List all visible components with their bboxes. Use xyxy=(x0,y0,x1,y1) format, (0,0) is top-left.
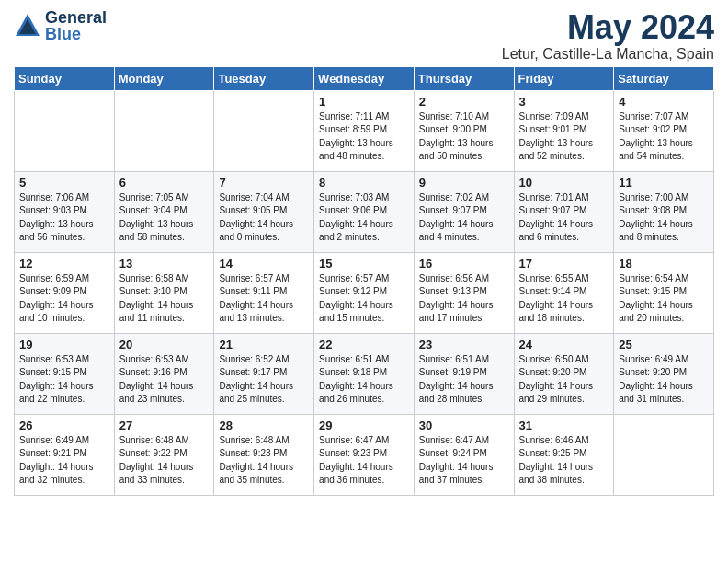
day-number: 21 xyxy=(219,338,309,351)
calendar-week-row: 1Sunrise: 7:11 AM Sunset: 8:59 PM Daylig… xyxy=(15,90,714,171)
table-row: 14Sunrise: 6:57 AM Sunset: 9:11 PM Dayli… xyxy=(214,252,314,333)
day-number: 22 xyxy=(319,338,409,351)
table-row: 9Sunrise: 7:02 AM Sunset: 9:07 PM Daylig… xyxy=(414,171,514,252)
day-detail: Sunrise: 6:57 AM Sunset: 9:12 PM Dayligh… xyxy=(319,272,409,326)
logo-blue: Blue xyxy=(45,26,107,42)
table-row xyxy=(214,90,314,171)
month-title: May 2024 xyxy=(502,9,714,46)
day-number: 12 xyxy=(19,257,109,270)
table-row xyxy=(114,90,214,171)
table-row: 20Sunrise: 6:53 AM Sunset: 9:16 PM Dayli… xyxy=(114,333,214,414)
calendar-header-row: Sunday Monday Tuesday Wednesday Thursday… xyxy=(15,66,714,90)
day-number: 19 xyxy=(19,338,109,351)
table-row: 27Sunrise: 6:48 AM Sunset: 9:22 PM Dayli… xyxy=(114,414,214,495)
day-detail: Sunrise: 7:05 AM Sunset: 9:04 PM Dayligh… xyxy=(119,191,210,245)
day-number: 17 xyxy=(519,257,609,270)
table-row: 19Sunrise: 6:53 AM Sunset: 9:15 PM Dayli… xyxy=(15,333,115,414)
logo: General Blue xyxy=(14,9,107,42)
calendar-table: Sunday Monday Tuesday Wednesday Thursday… xyxy=(14,66,714,496)
day-number: 30 xyxy=(419,419,509,432)
calendar-week-row: 19Sunrise: 6:53 AM Sunset: 9:15 PM Dayli… xyxy=(15,333,714,414)
col-thursday: Thursday xyxy=(414,66,514,90)
day-number: 28 xyxy=(219,419,309,432)
day-detail: Sunrise: 7:01 AM Sunset: 9:07 PM Dayligh… xyxy=(519,191,609,245)
day-number: 11 xyxy=(619,176,709,190)
day-detail: Sunrise: 7:04 AM Sunset: 9:05 PM Dayligh… xyxy=(219,191,309,245)
day-number: 15 xyxy=(319,257,409,270)
day-detail: Sunrise: 7:11 AM Sunset: 8:59 PM Dayligh… xyxy=(319,110,409,164)
day-number: 14 xyxy=(219,257,309,270)
day-detail: Sunrise: 7:03 AM Sunset: 9:06 PM Dayligh… xyxy=(319,191,409,245)
day-number: 4 xyxy=(619,95,709,109)
table-row: 13Sunrise: 6:58 AM Sunset: 9:10 PM Dayli… xyxy=(114,252,214,333)
day-detail: Sunrise: 6:59 AM Sunset: 9:09 PM Dayligh… xyxy=(19,272,109,326)
table-row: 11Sunrise: 7:00 AM Sunset: 9:08 PM Dayli… xyxy=(614,171,714,252)
day-number: 20 xyxy=(119,338,210,351)
table-row: 29Sunrise: 6:47 AM Sunset: 9:23 PM Dayli… xyxy=(314,414,415,495)
table-row: 3Sunrise: 7:09 AM Sunset: 9:01 PM Daylig… xyxy=(514,90,614,171)
col-friday: Friday xyxy=(514,66,614,90)
day-number: 3 xyxy=(519,95,609,109)
day-number: 26 xyxy=(19,419,109,432)
day-number: 6 xyxy=(119,176,210,190)
day-number: 31 xyxy=(519,419,609,432)
table-row: 31Sunrise: 6:46 AM Sunset: 9:25 PM Dayli… xyxy=(514,414,614,495)
col-monday: Monday xyxy=(114,66,214,90)
day-number: 1 xyxy=(319,95,409,109)
header: General Blue May 2024 Letur, Castille-La… xyxy=(14,9,714,63)
day-detail: Sunrise: 7:06 AM Sunset: 9:03 PM Dayligh… xyxy=(19,191,109,245)
table-row: 28Sunrise: 6:48 AM Sunset: 9:23 PM Dayli… xyxy=(214,414,314,495)
day-detail: Sunrise: 6:49 AM Sunset: 9:20 PM Dayligh… xyxy=(619,353,709,407)
day-detail: Sunrise: 7:00 AM Sunset: 9:08 PM Dayligh… xyxy=(619,191,709,245)
table-row: 15Sunrise: 6:57 AM Sunset: 9:12 PM Dayli… xyxy=(314,252,415,333)
day-detail: Sunrise: 6:48 AM Sunset: 9:23 PM Dayligh… xyxy=(219,434,309,488)
table-row xyxy=(15,90,115,171)
day-detail: Sunrise: 6:53 AM Sunset: 9:16 PM Dayligh… xyxy=(119,353,210,407)
title-area: May 2024 Letur, Castille-La Mancha, Spai… xyxy=(502,9,714,63)
col-sunday: Sunday xyxy=(15,66,115,90)
col-wednesday: Wednesday xyxy=(314,66,415,90)
day-detail: Sunrise: 7:09 AM Sunset: 9:01 PM Dayligh… xyxy=(519,110,609,164)
table-row: 18Sunrise: 6:54 AM Sunset: 9:15 PM Dayli… xyxy=(614,252,714,333)
day-detail: Sunrise: 6:56 AM Sunset: 9:13 PM Dayligh… xyxy=(419,272,509,326)
table-row: 21Sunrise: 6:52 AM Sunset: 9:17 PM Dayli… xyxy=(214,333,314,414)
day-detail: Sunrise: 6:55 AM Sunset: 9:14 PM Dayligh… xyxy=(519,272,609,326)
col-tuesday: Tuesday xyxy=(214,66,314,90)
day-number: 13 xyxy=(119,257,210,270)
table-row: 7Sunrise: 7:04 AM Sunset: 9:05 PM Daylig… xyxy=(214,171,314,252)
day-detail: Sunrise: 6:49 AM Sunset: 9:21 PM Dayligh… xyxy=(19,434,109,488)
table-row: 17Sunrise: 6:55 AM Sunset: 9:14 PM Dayli… xyxy=(514,252,614,333)
day-detail: Sunrise: 6:54 AM Sunset: 9:15 PM Dayligh… xyxy=(619,272,709,326)
day-detail: Sunrise: 6:47 AM Sunset: 9:24 PM Dayligh… xyxy=(419,434,509,488)
day-number: 29 xyxy=(319,419,409,432)
day-detail: Sunrise: 6:48 AM Sunset: 9:22 PM Dayligh… xyxy=(119,434,210,488)
logo-text: General Blue xyxy=(45,9,107,42)
day-detail: Sunrise: 6:47 AM Sunset: 9:23 PM Dayligh… xyxy=(319,434,409,488)
day-number: 24 xyxy=(519,338,609,351)
day-detail: Sunrise: 6:51 AM Sunset: 9:18 PM Dayligh… xyxy=(319,353,409,407)
day-number: 23 xyxy=(419,338,509,351)
day-number: 25 xyxy=(619,338,709,351)
day-number: 5 xyxy=(19,176,109,190)
day-detail: Sunrise: 7:10 AM Sunset: 9:00 PM Dayligh… xyxy=(419,110,509,164)
day-detail: Sunrise: 6:52 AM Sunset: 9:17 PM Dayligh… xyxy=(219,353,309,407)
day-number: 8 xyxy=(319,176,409,190)
day-detail: Sunrise: 6:46 AM Sunset: 9:25 PM Dayligh… xyxy=(519,434,609,488)
table-row: 12Sunrise: 6:59 AM Sunset: 9:09 PM Dayli… xyxy=(15,252,115,333)
table-row: 4Sunrise: 7:07 AM Sunset: 9:02 PM Daylig… xyxy=(614,90,714,171)
table-row: 1Sunrise: 7:11 AM Sunset: 8:59 PM Daylig… xyxy=(314,90,415,171)
table-row: 25Sunrise: 6:49 AM Sunset: 9:20 PM Dayli… xyxy=(614,333,714,414)
subtitle: Letur, Castille-La Mancha, Spain xyxy=(502,46,714,63)
table-row: 10Sunrise: 7:01 AM Sunset: 9:07 PM Dayli… xyxy=(514,171,614,252)
table-row: 5Sunrise: 7:06 AM Sunset: 9:03 PM Daylig… xyxy=(15,171,115,252)
day-number: 10 xyxy=(519,176,609,190)
calendar-week-row: 26Sunrise: 6:49 AM Sunset: 9:21 PM Dayli… xyxy=(15,414,714,495)
day-detail: Sunrise: 7:02 AM Sunset: 9:07 PM Dayligh… xyxy=(419,191,509,245)
day-number: 2 xyxy=(419,95,509,109)
col-saturday: Saturday xyxy=(614,66,714,90)
calendar-week-row: 12Sunrise: 6:59 AM Sunset: 9:09 PM Dayli… xyxy=(15,252,714,333)
day-number: 18 xyxy=(619,257,709,270)
logo-general: General xyxy=(45,9,107,26)
table-row: 2Sunrise: 7:10 AM Sunset: 9:00 PM Daylig… xyxy=(414,90,514,171)
table-row: 22Sunrise: 6:51 AM Sunset: 9:18 PM Dayli… xyxy=(314,333,415,414)
